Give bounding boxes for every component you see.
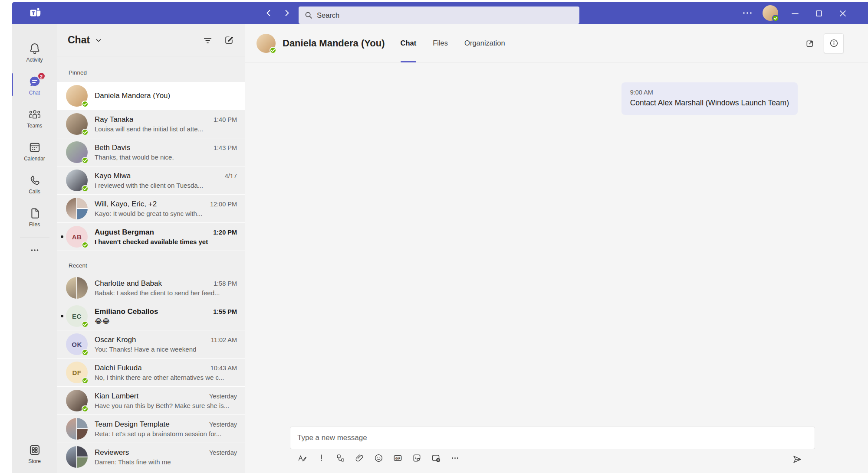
chat-list-item[interactable]: Charlotte and Babak1:58 PMBabak: I asked… xyxy=(57,274,245,302)
tab-files[interactable]: Files xyxy=(433,24,448,62)
sidebar-item-store[interactable]: Store xyxy=(12,438,57,469)
chat-name: Daichi Fukuda xyxy=(95,364,142,372)
group-avatar xyxy=(66,277,88,299)
chat-name: Kian Lambert xyxy=(95,392,138,401)
chat-icon: 2 xyxy=(28,75,41,88)
chat-list-item[interactable]: OKOscar Krogh11:02 AMYou: Thanks! Have a… xyxy=(57,330,245,359)
loop-icon[interactable] xyxy=(335,453,345,463)
search-input[interactable] xyxy=(299,7,579,24)
chat-panel-header: Chat xyxy=(57,24,245,56)
chat-preview: I haven't checked available times yet xyxy=(95,238,237,245)
profile-avatar[interactable] xyxy=(763,5,778,21)
presence-badge xyxy=(270,47,276,54)
avatar: DF xyxy=(66,362,88,383)
sidebar-item-files[interactable]: Files xyxy=(12,200,57,233)
sidebar-item-calls[interactable]: Calls xyxy=(12,167,57,200)
gif-icon[interactable]: GIF xyxy=(393,453,403,463)
info-button[interactable] xyxy=(824,33,844,53)
presence-badge xyxy=(82,101,89,108)
video-clip-icon[interactable] xyxy=(431,453,441,463)
chat-preview: Darren: Thats fine with me xyxy=(95,458,237,466)
presence-badge xyxy=(772,15,779,22)
popout-icon[interactable] xyxy=(805,38,815,48)
chat-name: Team Design Template xyxy=(95,420,170,429)
sidebar-more-button[interactable] xyxy=(12,241,57,260)
calendar-icon xyxy=(28,141,41,154)
app-rail: Activity2ChatTeamsCalendarCallsFiles Sto… xyxy=(12,24,57,473)
maximize-icon[interactable] xyxy=(814,9,824,18)
files-icon xyxy=(28,207,41,220)
conversation-pane: Daniela Mandera (You) ChatFilesOrganizat… xyxy=(245,24,868,473)
chat-name: Reviewers xyxy=(95,448,129,457)
unread-dot xyxy=(61,235,63,238)
minimize-icon[interactable] xyxy=(790,9,800,18)
chat-list-item[interactable]: DFDaichi Fukuda10:43 AMNo, I think there… xyxy=(57,359,245,387)
back-icon[interactable] xyxy=(263,8,274,18)
attach-icon[interactable] xyxy=(355,453,365,463)
close-icon[interactable] xyxy=(838,9,848,18)
chat-preview: Reta: Let's set up a brainstorm session … xyxy=(95,430,237,437)
conversation-name: Daniela Mandera (You) xyxy=(283,38,385,49)
tab-chat[interactable]: Chat xyxy=(401,24,417,62)
sidebar-item-activity[interactable]: Activity xyxy=(12,36,57,69)
avatar: EC xyxy=(66,305,88,327)
chat-list-item[interactable]: ReviewersYesterdayDarren: Thats fine wit… xyxy=(57,443,245,471)
chat-list-item[interactable]: Beth Davis1:43 PMThanks, that would be n… xyxy=(57,138,245,166)
chat-preview: You: Thanks! Have a nice weekend xyxy=(95,346,237,353)
chat-list-item[interactable]: ECEmiliano Ceballos1:55 PM😂😂 xyxy=(57,302,245,330)
store-icon xyxy=(28,444,41,457)
chat-list-item[interactable]: Team Design TemplateYesterdayReta: Let's… xyxy=(57,415,245,443)
new-chat-icon[interactable] xyxy=(224,35,234,46)
group-avatar xyxy=(66,446,88,468)
avatar xyxy=(66,85,88,107)
rail-divider xyxy=(20,238,49,238)
section-label: Recent xyxy=(57,251,245,274)
priority-icon[interactable] xyxy=(316,453,326,463)
presence-badge xyxy=(82,377,89,384)
chat-name: Charlotte and Babak xyxy=(95,279,162,288)
sidebar-item-chat[interactable]: 2Chat xyxy=(12,69,57,101)
more-icon[interactable] xyxy=(450,453,460,463)
chat-preview: Kayo: It would be great to sync with... xyxy=(95,210,237,217)
chat-list-item[interactable]: Ray Tanaka1:40 PMLouisa will send the in… xyxy=(57,110,245,138)
emoji-icon[interactable] xyxy=(374,453,384,463)
presence-badge xyxy=(82,349,89,356)
presence-badge xyxy=(82,129,89,136)
presence-badge xyxy=(82,321,89,328)
chat-time: Yesterday xyxy=(205,421,237,428)
chat-preview: 😂😂 xyxy=(95,317,237,325)
chat-list-item[interactable]: Kayo Miwa4/17I reviewed with the client … xyxy=(57,166,245,195)
more-options-icon[interactable] xyxy=(740,8,755,18)
chat-preview: Thanks, that would be nice. xyxy=(95,153,237,161)
filter-icon[interactable] xyxy=(202,35,213,46)
send-icon[interactable] xyxy=(791,453,803,465)
presence-badge xyxy=(82,241,89,248)
title-bar xyxy=(12,2,868,24)
chat-list: PinnedDaniela Mandera (You)Ray Tanaka1:4… xyxy=(57,56,245,471)
forward-icon[interactable] xyxy=(282,8,292,18)
chat-list-item[interactable]: Daniela Mandera (You) xyxy=(57,82,245,110)
bell-icon xyxy=(28,42,41,55)
message-text: Contact Alex Marshall (Windows Launch Te… xyxy=(630,98,789,108)
sidebar-item-teams[interactable]: Teams xyxy=(12,101,57,134)
chat-preview: Have you ran this by Beth? Make sure she… xyxy=(95,402,237,409)
avatar xyxy=(256,34,276,53)
format-icon[interactable] xyxy=(297,453,307,463)
tab-organization[interactable]: Organization xyxy=(464,24,505,62)
chat-list-item[interactable]: Kian LambertYesterdayHave you ran this b… xyxy=(57,387,245,415)
sticker-icon[interactable] xyxy=(412,453,422,463)
chat-list-item[interactable]: Will, Kayo, Eric, +212:00 PMKayo: It wou… xyxy=(57,195,245,223)
chat-list-item[interactable]: ABAugust Bergman1:20 PMI haven't checked… xyxy=(57,223,245,251)
message-input[interactable] xyxy=(290,427,815,449)
chat-preview: Louisa will send the initial list of att… xyxy=(95,125,237,133)
panel-title: Chat xyxy=(68,34,90,46)
chat-name: Kayo Miwa xyxy=(95,172,131,180)
message-timestamp: 9:00 AM xyxy=(630,89,789,96)
group-avatar xyxy=(66,198,88,219)
sidebar-item-calendar[interactable]: Calendar xyxy=(12,134,57,167)
chevron-down-icon[interactable] xyxy=(94,36,103,45)
chat-time: 1:43 PM xyxy=(209,144,237,151)
presence-badge xyxy=(82,405,89,412)
avatar: OK xyxy=(66,333,88,355)
teams-logo-icon xyxy=(28,6,42,20)
